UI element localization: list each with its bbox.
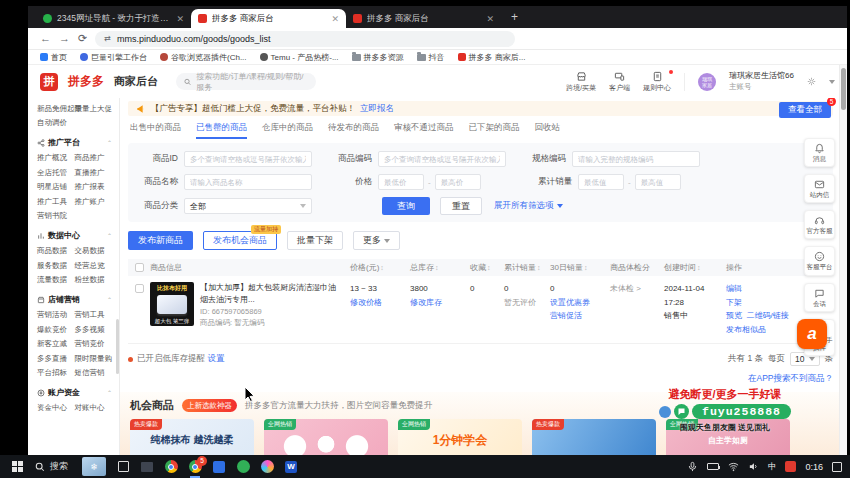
col-header[interactable]: 30日销量↕ — [550, 262, 610, 273]
wechat-app-icon[interactable] — [236, 460, 250, 474]
sidebar-item[interactable]: 短信营销 — [75, 368, 113, 378]
sidebar-item[interactable]: 平台招标 — [37, 368, 75, 378]
sidebar-item[interactable]: 营销书院 — [37, 211, 75, 221]
publish-new-button[interactable]: 发布新商品 — [128, 231, 193, 250]
chat-session-button[interactable]: 会话 — [804, 283, 835, 312]
edit-stock-link[interactable]: 修改库存 — [410, 296, 470, 310]
browser-tab-pdd-2[interactable]: 拼多多 商家后台 ✕ — [346, 9, 501, 28]
page-scrollbar[interactable] — [839, 65, 847, 455]
sidebar-item[interactable]: 多多视频 — [75, 325, 113, 335]
action-center-icon[interactable] — [832, 462, 842, 472]
qrcode-link[interactable]: 二维码/链接 — [746, 311, 788, 320]
messages-button[interactable]: 消息 — [804, 138, 835, 167]
sidebar-item[interactable]: 交易数据 — [75, 246, 113, 256]
blue-app-icon[interactable] — [212, 460, 226, 474]
sidebar-item[interactable]: 营销竞价 — [75, 339, 113, 349]
tab-close-icon[interactable]: ✕ — [176, 14, 184, 24]
batch-offshelf-button[interactable]: 批量下架 — [287, 231, 343, 250]
collapse-icon[interactable]: ⌃ — [107, 139, 112, 146]
tab-sold-out[interactable]: 已售罄的商品 — [196, 122, 247, 139]
sidebar-item[interactable]: 营销活动 — [37, 310, 75, 320]
view-all-button[interactable]: 查看全部 5 — [779, 102, 831, 118]
opportunity-card[interactable]: 热卖爆款 纯棉抹布 越洗越柔 — [130, 419, 254, 455]
sidebar-item[interactable]: 商品数据 — [37, 246, 75, 256]
file-explorer-icon[interactable] — [140, 460, 154, 474]
goods-id-input[interactable] — [184, 151, 312, 167]
volume-icon[interactable] — [748, 461, 759, 472]
price-max-input[interactable] — [435, 174, 481, 190]
sidebar-item[interactable]: 营销工具 — [75, 310, 113, 320]
tab-recycle-bin[interactable]: 回收站 — [535, 122, 561, 139]
app-search-help-link[interactable]: 在APP搜索不到商品？ — [128, 373, 833, 385]
bookmark-chrome-ext[interactable]: 谷歌浏览器插件(Ch... — [160, 52, 247, 63]
sidebar-section-funds[interactable]: 账户资金⌃ — [37, 387, 112, 398]
set-coupon-link[interactable]: 设置优惠券 — [550, 296, 610, 310]
sidebar-item[interactable]: 多多直播 — [37, 354, 75, 364]
row-checkbox[interactable] — [135, 284, 144, 293]
col-header[interactable]: 创建时间↕ — [664, 262, 726, 273]
expand-filters-link[interactable]: 展开所有筛选项 — [494, 200, 563, 212]
notice-signup-link[interactable]: 立即报名 — [360, 103, 394, 115]
spec-code-input[interactable] — [572, 151, 700, 167]
task-view-icon[interactable] — [116, 460, 130, 474]
health-score-link[interactable]: 未体检 > — [610, 282, 664, 336]
ime-indicator[interactable]: 中 — [768, 461, 777, 473]
wifi-icon[interactable] — [728, 461, 739, 472]
account-avatar[interactable]: 瑞琪家居 — [698, 73, 716, 91]
tab-off-shelf[interactable]: 已下架的商品 — [469, 122, 520, 139]
back-icon[interactable]: ← — [40, 33, 51, 44]
bookmark-folder-pdd[interactable]: 拼多多资源 — [352, 52, 404, 63]
sidebar-item[interactable]: 流量数据 — [37, 275, 75, 285]
bookmark-pdd-admin[interactable]: 拼多多 商家后... — [458, 52, 526, 63]
goods-name-input[interactable] — [184, 174, 312, 190]
reset-button[interactable]: 重置 — [440, 197, 482, 215]
bookmark-oceanengine[interactable]: 巨量引擎工作台 — [80, 52, 147, 63]
query-button[interactable]: 查询 — [382, 197, 430, 215]
sidebar-item[interactable]: 推广报表 — [75, 182, 113, 192]
category-select[interactable]: 全部 — [184, 198, 312, 214]
sales-max-input[interactable] — [635, 174, 681, 190]
client-download-link[interactable]: 客户端 — [609, 71, 630, 93]
sidebar-section-marketing[interactable]: 店铺营销⌃ — [37, 294, 112, 305]
start-button[interactable] — [12, 461, 23, 472]
microphone-icon[interactable] — [687, 461, 698, 472]
chrome-icon[interactable] — [164, 460, 178, 474]
tab-review-failed[interactable]: 审核不通过商品 — [394, 122, 454, 139]
marketing-boost-link[interactable]: 营销促活 — [550, 309, 610, 323]
sidebar-item[interactable]: 限量上大促 — [75, 104, 113, 114]
col-header[interactable]: 累计销量↕ — [504, 262, 550, 273]
edit-price-link[interactable]: 修改价格 — [350, 296, 410, 310]
refresh-icon[interactable]: ⟳ — [78, 33, 87, 44]
offshelf-link[interactable]: 下架 — [726, 298, 742, 307]
publish-chance-button[interactable]: 发布机会商品 流量加持 — [203, 231, 277, 250]
goods-code-input[interactable] — [378, 151, 506, 167]
sidebar-item[interactable]: 服务数据 — [37, 261, 75, 271]
tray-red-app-icon[interactable] — [785, 461, 796, 472]
select-all-checkbox[interactable] — [135, 263, 144, 272]
browser-tab-2345[interactable]: 2345网址导航 - 致力于打造百... ✕ — [36, 9, 191, 28]
sidebar-section-data[interactable]: 数据中心⌃ — [37, 230, 112, 241]
cross-border-link[interactable]: 跨境/买菜 — [566, 71, 596, 93]
rule-center-link[interactable]: 规则中心 — [643, 71, 671, 93]
low-stock-setting-link[interactable]: 设置 — [207, 353, 224, 365]
chrome-active-icon[interactable]: 5 — [188, 460, 202, 474]
account-info[interactable]: 瑞琪家居生活馆66 主账号 — [729, 71, 794, 91]
opportunity-card[interactable]: 全网热销 1分钟学会 — [398, 419, 522, 455]
sidebar-section-promotion[interactable]: 推广平台⌃ — [37, 137, 112, 148]
col-header[interactable]: 价格(元)↕ — [350, 262, 410, 273]
sidebar-item[interactable]: 限时限量购 — [75, 354, 113, 364]
col-header[interactable]: 收藏↕ — [470, 262, 504, 273]
tab-in-warehouse[interactable]: 仓库中的商品 — [262, 122, 313, 139]
sidebar-item[interactable]: 资金中心 — [37, 403, 75, 413]
sidebar-item[interactable]: 推广概况 — [37, 153, 75, 163]
tab-on-sale[interactable]: 出售中的商品 — [130, 122, 181, 139]
sidebar-item[interactable]: 商品推广 — [75, 153, 113, 163]
tab-close-icon[interactable]: ✕ — [486, 14, 494, 24]
col-header[interactable]: 总库存↕ — [410, 262, 470, 273]
collapse-icon[interactable]: ⌃ — [107, 389, 112, 396]
goods-thumbnail[interactable]: 比抹布好用 超大包 第三弹 — [150, 282, 194, 326]
gear-icon[interactable] — [807, 77, 816, 86]
browser-app-icon[interactable] — [260, 460, 274, 474]
taskbar-clock[interactable]: 0:16 — [805, 462, 823, 472]
browser-tab-pdd-1[interactable]: 拼多多 商家后台 ✕ — [191, 9, 346, 28]
